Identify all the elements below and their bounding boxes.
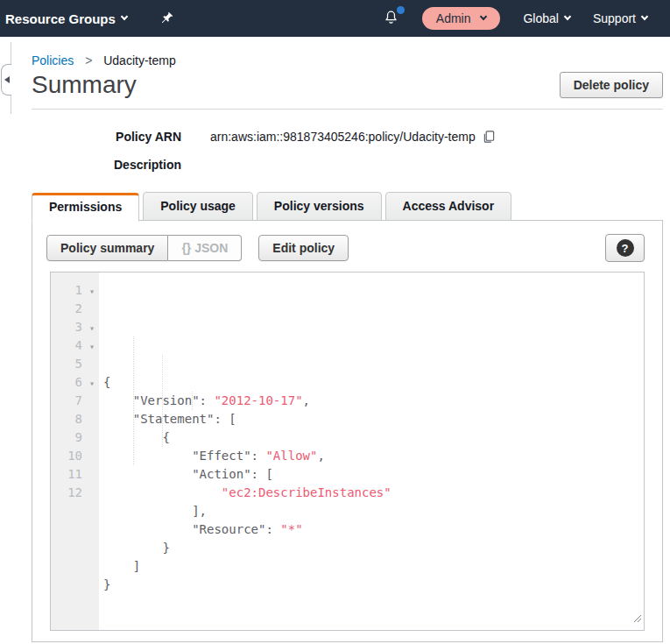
account-menu-admin[interactable]: Admin (422, 7, 501, 30)
json-plain-token: "Effect": (103, 449, 265, 463)
breadcrumb-link-policies[interactable]: Policies (32, 53, 74, 67)
json-plain-token: "Resource": (103, 522, 280, 536)
json-plain-token: { (103, 375, 110, 389)
description-label: Description (32, 158, 181, 172)
tab-access-advisor[interactable]: Access Advisor (385, 192, 512, 221)
code-line: { (103, 428, 644, 447)
resource-groups-label: Resource Groups (5, 11, 116, 26)
tab-policy-versions[interactable]: Policy versions (257, 192, 382, 221)
region-menu-global[interactable]: Global (523, 11, 569, 25)
line-number: 3▾ (51, 318, 99, 336)
code-line: "ec2:DescribeInstances" (103, 484, 644, 502)
chevron-down-icon (641, 13, 648, 20)
copy-icon[interactable] (483, 130, 496, 144)
main-content: Policies > Udacity-temp Summary Delete p… (32, 37, 663, 642)
line-number: 9 (51, 428, 99, 447)
tab-permissions[interactable]: Permissions (32, 193, 139, 222)
code-line: "Resource": "*" (103, 520, 644, 539)
editor-code-area[interactable]: { "Version": "2012-10-17", "Statement": … (99, 272, 644, 630)
line-number: 6▾ (51, 373, 99, 392)
json-plain-token: "Statement": [ (103, 412, 236, 426)
chevron-down-icon (564, 13, 571, 20)
delete-policy-button[interactable]: Delete policy (560, 72, 663, 98)
fold-toggle-icon[interactable]: ▾ (89, 337, 95, 356)
code-line: } (103, 539, 644, 557)
collapse-left-icon (4, 76, 10, 83)
fold-toggle-icon[interactable]: ▾ (89, 282, 95, 301)
code-line: ] (103, 557, 644, 576)
line-number: 2 (51, 300, 99, 318)
policy-arn-value: arn:aws:iam::981873405246:policy/Udacity… (210, 130, 476, 144)
json-code-editor[interactable]: 1▾23▾4▾56▾789101112 { "Version": "2012-1… (50, 272, 645, 631)
code-line: { (103, 373, 644, 392)
code-line: } (103, 576, 644, 594)
json-plain-token (103, 485, 222, 499)
json-string-token: "ec2:DescribeInstances" (222, 485, 391, 499)
json-plain-token: , (303, 393, 310, 407)
code-line: ], (103, 502, 644, 520)
question-mark-icon: ? (617, 239, 634, 257)
code-line: "Version": "2012-10-17", (103, 392, 644, 410)
support-label: Support (593, 11, 636, 25)
fold-toggle-icon[interactable]: ▾ (89, 374, 95, 393)
policy-view-toolbar: Policy summary {} JSON Edit policy ? (32, 234, 662, 262)
editor-gutter: 1▾23▾4▾56▾789101112 (51, 272, 99, 630)
permissions-panel: Policy summary {} JSON Edit policy ? 1▾2… (32, 220, 663, 642)
json-plain-token: "Action": [ (103, 467, 273, 481)
notifications-button[interactable] (383, 9, 399, 28)
json-plain-token: "Version": (103, 393, 214, 407)
edit-policy-button[interactable]: Edit policy (258, 235, 349, 261)
policy-arn-label: Policy ARN (32, 130, 181, 144)
line-number: 4▾ (51, 336, 99, 355)
code-line: "Action": [ (103, 465, 644, 484)
breadcrumb: Policies > Udacity-temp (32, 53, 663, 67)
json-plain-token: } (103, 577, 110, 591)
code-line: "Statement": [ (103, 410, 644, 428)
json-plain-token: ], (103, 504, 207, 518)
global-label: Global (523, 11, 558, 25)
chevron-down-icon (480, 13, 487, 20)
pin-button[interactable] (160, 11, 174, 27)
json-toggle-button[interactable]: {} JSON (168, 235, 242, 261)
line-number: 12 (51, 484, 99, 502)
json-plain-token: { (103, 430, 170, 444)
json-plain-token: ] (103, 559, 140, 573)
editor-resize-handle[interactable] (633, 610, 642, 628)
tab-policy-usage[interactable]: Policy usage (143, 192, 253, 221)
pin-icon (160, 11, 174, 27)
view-toggle-group: Policy summary {} JSON (46, 235, 242, 261)
json-plain-token: } (103, 541, 170, 555)
line-number: 10 (51, 447, 99, 465)
breadcrumb-current: Udacity-temp (103, 53, 175, 67)
json-string-token: "Allow" (265, 449, 317, 463)
json-plain-token: , (317, 449, 324, 463)
line-number: 5 (51, 355, 99, 373)
notification-dot (397, 6, 405, 14)
policy-summary-button[interactable]: Policy summary (46, 235, 168, 261)
fold-toggle-icon[interactable]: ▾ (89, 319, 95, 337)
policy-arn-row: Policy ARN arn:aws:iam::981873405246:pol… (32, 129, 663, 145)
json-string-token: "*" (280, 522, 302, 536)
line-number: 8 (51, 410, 99, 428)
top-navigation-bar: Resource Groups Admin Global Support (0, 0, 670, 37)
line-number: 11 (51, 465, 99, 484)
code-line: "Effect": "Allow", (103, 447, 644, 465)
title-divider (32, 109, 663, 110)
policy-details: Policy ARN arn:aws:iam::981873405246:pol… (32, 129, 663, 173)
page-title: Summary (32, 71, 137, 99)
help-button[interactable]: ? (605, 234, 645, 262)
tab-bar: PermissionsPolicy usagePolicy versionsAc… (32, 192, 663, 221)
resource-groups-menu[interactable]: Resource Groups (5, 11, 127, 26)
line-number: 7 (51, 392, 99, 410)
breadcrumb-separator: > (85, 53, 92, 67)
support-menu[interactable]: Support (593, 11, 647, 25)
json-string-token: "2012-10-17" (214, 393, 302, 407)
admin-label: Admin (436, 11, 471, 25)
chevron-down-icon (121, 13, 128, 20)
description-row: Description (32, 157, 663, 173)
line-number: 1▾ (51, 281, 99, 300)
sidebar-collapse-handle[interactable] (1, 64, 11, 96)
